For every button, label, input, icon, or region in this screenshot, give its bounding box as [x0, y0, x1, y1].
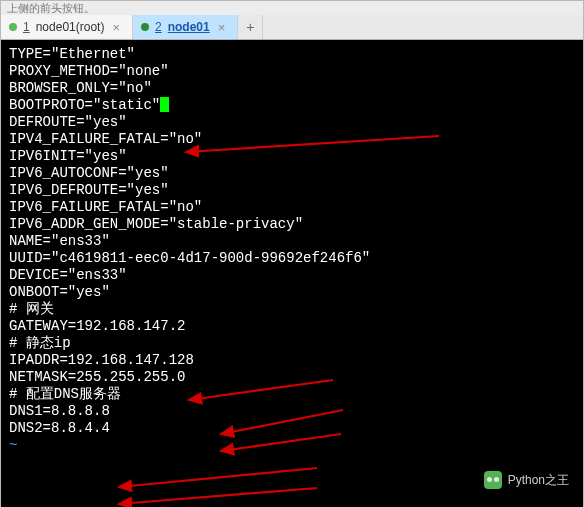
- terminal-line: DNS1=8.8.8.8: [9, 403, 575, 420]
- cursor-icon: [160, 97, 169, 112]
- terminal-line: DEVICE="ens33": [9, 267, 575, 284]
- terminal-line: # 配置DNS服务器: [9, 386, 575, 403]
- terminal-empty-line: ~: [9, 437, 575, 454]
- watermark-text: Python之王: [508, 472, 569, 489]
- terminal-line: # 网关: [9, 301, 575, 318]
- terminal-line: GATEWAY=192.168.147.2: [9, 318, 575, 335]
- tab-number: 2: [155, 20, 162, 34]
- terminal-line: IPV6INIT="yes": [9, 148, 575, 165]
- terminal-line: PROXY_METHOD="none": [9, 63, 575, 80]
- terminal-line: BOOTPROTO="static": [9, 97, 575, 114]
- terminal-line: IPV6_ADDR_GEN_MODE="stable-privacy": [9, 216, 575, 233]
- terminal-line: DEFROUTE="yes": [9, 114, 575, 131]
- tab-2[interactable]: 2 node01 ×: [133, 15, 238, 39]
- terminal-pane[interactable]: TYPE="Ethernet"PROXY_METHOD="none"BROWSE…: [1, 40, 583, 507]
- terminal-line: NETMASK=255.255.255.0: [9, 369, 575, 386]
- terminal-line: # 静态ip: [9, 335, 575, 352]
- terminal-line: BROWSER_ONLY="no": [9, 80, 575, 97]
- terminal-line: IPV6_AUTOCONF="yes": [9, 165, 575, 182]
- arrow-icon: [119, 468, 317, 487]
- terminal-line: NAME="ens33": [9, 233, 575, 250]
- terminal-line: IPADDR=192.168.147.128: [9, 352, 575, 369]
- terminal-line: TYPE="Ethernet": [9, 46, 575, 63]
- wechat-icon: [484, 471, 502, 489]
- terminal-line: IPV6_DEFROUTE="yes": [9, 182, 575, 199]
- terminal-line: ONBOOT="yes": [9, 284, 575, 301]
- watermark: Python之王: [484, 471, 569, 489]
- close-icon[interactable]: ×: [110, 20, 122, 35]
- close-icon[interactable]: ×: [216, 20, 228, 35]
- tab-number: 1: [23, 20, 30, 34]
- tab-status-dot-icon: [141, 23, 149, 31]
- terminal-line: IPV6_FAILURE_FATAL="no": [9, 199, 575, 216]
- add-tab-button[interactable]: +: [238, 15, 263, 39]
- tab-status-dot-icon: [9, 23, 17, 31]
- tab-label: node01(root): [36, 20, 105, 34]
- app-frame: 上侧的前头按钮。 1 node01(root) × 2 node01 × + T…: [0, 0, 584, 507]
- tab-label: node01: [168, 20, 210, 34]
- terminal-line: UUID="c4619811-eec0-4d17-900d-99692ef246…: [9, 250, 575, 267]
- terminal-line: DNS2=8.8.4.4: [9, 420, 575, 437]
- tab-1[interactable]: 1 node01(root) ×: [1, 15, 133, 39]
- header-hint-text: 上侧的前头按钮。: [1, 1, 583, 15]
- terminal-line: IPV4_FAILURE_FATAL="no": [9, 131, 575, 148]
- arrow-icon: [119, 488, 317, 504]
- tab-bar: 1 node01(root) × 2 node01 × +: [1, 15, 583, 40]
